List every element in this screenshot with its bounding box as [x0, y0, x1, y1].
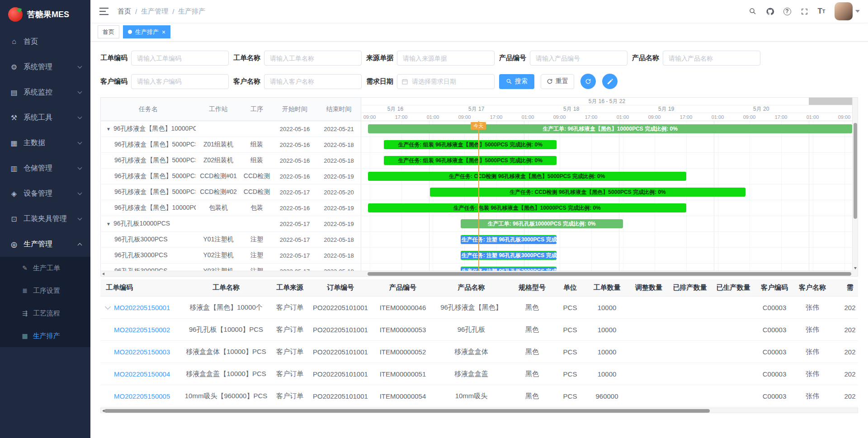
sidebar-item-fixture-mgmt[interactable]: ⊡工装夹具管理: [0, 206, 90, 231]
table-row[interactable]: MO202205150003移液盒盒体【10000】PCS客户订单PO20220…: [100, 341, 858, 363]
gantt-task-row[interactable]: 96孔移液盒【黑色】5000PCSCCD检测#01CCD检测2022-05-16…: [101, 169, 361, 184]
production-task-bar[interactable]: 生产任务: 注塑 96孔孔板3000PCS 完成比例: 0%: [461, 267, 557, 271]
edit-button[interactable]: [602, 74, 618, 89]
gantt-task-row[interactable]: 96孔移液盒【黑色】5000PCSZ01组装机组装2022-05-162022-…: [101, 137, 361, 153]
tab-首页[interactable]: 首页: [98, 25, 119, 38]
sidebar-subitem-scheduling[interactable]: ▦生产排产: [0, 325, 90, 347]
gantt-timeline-row: 生产任务: 组装 96孔移液盒【黑色】5000PCS 完成比例: 0%: [362, 153, 852, 169]
production-task-bar[interactable]: 生产任务: 注塑 96孔孔板3000PCS 完成比例: 0%: [461, 251, 557, 260]
sidebar-item-warehouse-mgmt[interactable]: ▥仓储管理: [0, 155, 90, 181]
sidebar-subitem-work-order[interactable]: ✎生产工单: [0, 257, 90, 279]
table-row[interactable]: MO202205150001移液盒【黑色】10000个客户订单PO2022051…: [100, 297, 858, 319]
orders-cell-unit: PCS: [556, 304, 585, 311]
sidebar-item-label: 首页: [24, 37, 38, 47]
sidebar-item-system-mgmt[interactable]: ⚙系统管理: [0, 54, 90, 80]
sidebar: 苦糖果MES ⌂首页⚙系统管理▤系统监控⚒系统工具▦主数据▥仓储管理◈设备管理⊡…: [0, 0, 90, 438]
production-task-bar[interactable]: 生产任务: 组装 96孔移液盒【黑色】5000PCS 完成比例: 0%: [384, 140, 557, 149]
chevron-down-icon: [78, 89, 82, 94]
work-order-link[interactable]: MO202205150005: [114, 392, 170, 400]
filter-input[interactable]: [264, 74, 362, 89]
orders-cell-source: 客户订单: [270, 392, 309, 400]
work-order-link[interactable]: MO202205150002: [114, 326, 170, 334]
expand-collapse-icon[interactable]: ▼: [106, 221, 111, 226]
scrollbar-thumb[interactable]: [368, 272, 851, 276]
gantt-task-row[interactable]: 96孔移液盒【黑色】10000PCS包装机包装2022-05-162022-05…: [101, 200, 361, 216]
production-task-bar[interactable]: 生产任务: CCD检测 96孔移液盒【黑色】5000PCS 完成比例: 0%: [430, 188, 745, 197]
production-task-bar[interactable]: 生产任务: 包装 96孔移液盒【黑色】10000PCS 完成比例: 0%: [368, 203, 686, 212]
close-icon[interactable]: ×: [162, 29, 165, 35]
filter-label: 客户编码: [100, 77, 127, 86]
gantt-task-row[interactable]: 96孔孔板3000PCSY01注塑机注塑2022-05-172022-05-18: [101, 232, 361, 248]
production-task-bar[interactable]: 生产任务: CCD检测 96孔移液盒【黑色】5000PCS 完成比例: 0%: [368, 172, 686, 181]
filter-label: 客户名称: [233, 77, 260, 86]
gantt-tick-label: 17:00: [395, 113, 408, 121]
gantt-task-row[interactable]: 96孔移液盒【黑色】5000PCSZ02组装机组装2022-05-162022-…: [101, 153, 361, 169]
expand-collapse-icon[interactable]: ▼: [106, 127, 111, 132]
sidebar-item-system-monitor[interactable]: ▤系统监控: [0, 80, 90, 105]
table-horizontal-scrollbar[interactable]: [100, 408, 858, 413]
breadcrumb-item[interactable]: 生产管理: [141, 7, 168, 16]
sidebar-item-label: 主数据: [24, 138, 45, 148]
help-icon[interactable]: ?: [779, 4, 795, 19]
sidebar-item-home[interactable]: ⌂首页: [0, 29, 90, 54]
table-row[interactable]: MO202205150004移液盒盒盖【10000】PCS客户订单PO20220…: [100, 363, 858, 385]
user-menu[interactable]: [835, 2, 862, 20]
production-task-bar[interactable]: 生产任务: 组装 96孔移液盒【黑色】5000PCS 完成比例: 0%: [384, 156, 557, 165]
scrollbar-thumb[interactable]: [854, 123, 857, 219]
refresh-button[interactable]: [580, 74, 596, 89]
gantt-tick-label: 09:00: [363, 113, 376, 121]
work-order-link[interactable]: MO202205150004: [114, 370, 170, 378]
search-icon[interactable]: [745, 4, 760, 19]
gantt-horizontal-scrollbar[interactable]: [101, 271, 852, 276]
orders-cell-demand: 202: [831, 392, 858, 400]
row-expand-icon[interactable]: [105, 304, 111, 310]
scroll-left-arrow[interactable]: [102, 273, 104, 275]
task-process-cell: 注塑: [241, 267, 273, 271]
filter-input-wrap: [264, 51, 362, 66]
work-order-bar[interactable]: 生产工单: 96孔孔板10000PCS 完成比例: 0%: [461, 219, 623, 228]
work-order-link[interactable]: MO202205150003: [114, 348, 170, 356]
filter-input[interactable]: [663, 51, 760, 66]
sidebar-item-system-tools[interactable]: ⚒系统工具: [0, 105, 90, 130]
avatar[interactable]: [835, 2, 853, 20]
sidebar-item-master-data[interactable]: ▦主数据: [0, 130, 90, 155]
orders-cell-name: 移液盒盒体【10000】PCS: [182, 348, 270, 356]
filter-group: 工单编码: [100, 51, 229, 66]
work-order-link[interactable]: MO202205150001: [114, 304, 170, 311]
breadcrumb-separator: /: [172, 8, 174, 15]
table-row[interactable]: MO20220515000296孔孔板【10000】PCS客户订单PO20220…: [100, 319, 858, 341]
filter-input[interactable]: [397, 51, 495, 66]
sidebar-subitem-process-flow[interactable]: ⇶工艺流程: [0, 302, 90, 325]
gantt-vertical-scrollbar[interactable]: [852, 98, 858, 271]
github-icon[interactable]: [762, 4, 778, 19]
production-task-bar[interactable]: 生产任务: 注塑 96孔孔板3000PCS 完成比例: 0%: [461, 235, 557, 244]
sidebar-subitem-process-setup[interactable]: ≣工序设置: [0, 279, 90, 302]
sidebar-item-production-mgmt[interactable]: ◎生产管理: [0, 231, 90, 257]
filter-input[interactable]: [530, 51, 627, 66]
filter-input[interactable]: [264, 51, 362, 66]
gantt-timeline-row: 生产任务: 包装 96孔移液盒【黑色】10000PCS 完成比例: 0%: [362, 200, 852, 216]
reset-button[interactable]: 重置: [541, 74, 574, 89]
chevron-down-icon: [78, 64, 82, 68]
gantt-order-row[interactable]: ▼96孔孔板10000PCS2022-05-172022-05-19: [101, 216, 361, 232]
filter-input[interactable]: [131, 74, 229, 89]
gantt-task-row[interactable]: 96孔孔板3000PCSY02注塑机注塑2022-05-172022-05-18: [101, 248, 361, 264]
work-order-bar[interactable]: 生产工单: 96孔移液盒【黑色】10000PCS 完成比例: 0%: [368, 124, 852, 133]
table-row[interactable]: MO20220515000510mm吸头【960000】PCS客户订单PO202…: [100, 385, 858, 407]
gantt-task-row[interactable]: 96孔孔板3000PCSY03注塑机注塑2022-05-172022-05-18: [101, 264, 361, 271]
font-size-icon[interactable]: TT: [814, 4, 829, 19]
search-button[interactable]: 搜索: [499, 74, 534, 89]
filter-input[interactable]: [131, 51, 229, 66]
gantt-task-row[interactable]: 96孔移液盒【黑色】5000PCSCCD检测#02CCD检测2022-05-17…: [101, 184, 361, 200]
sidebar-toggle-icon[interactable]: [97, 5, 111, 17]
gantt-tick-label: 17:00: [585, 113, 598, 121]
demand-date-input[interactable]: [397, 74, 495, 89]
scrollbar-thumb[interactable]: [104, 409, 710, 413]
scroll-down-arrow[interactable]: [854, 267, 857, 269]
sidebar-item-label: 系统监控: [24, 88, 52, 97]
sidebar-item-equipment-mgmt[interactable]: ◈设备管理: [0, 181, 90, 206]
gantt-order-row[interactable]: ▼96孔移液盒【黑色】10000PCS2022-05-162022-05-21: [101, 121, 361, 137]
tab-生产排产[interactable]: 生产排产×: [123, 25, 170, 38]
fullscreen-icon[interactable]: [797, 4, 812, 19]
breadcrumb-item[interactable]: 首页: [118, 7, 131, 16]
